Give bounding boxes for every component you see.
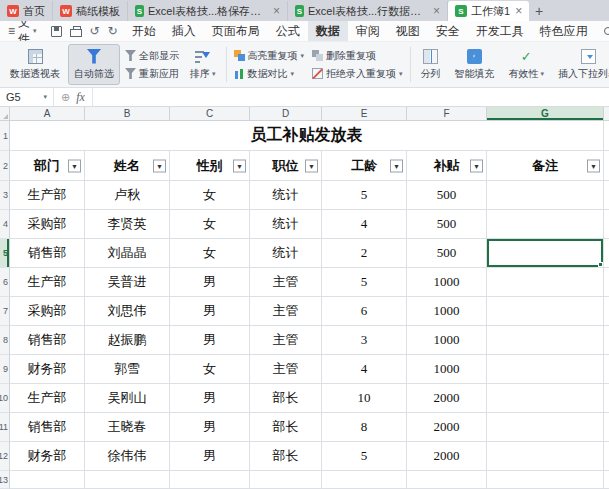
- cell-G7[interactable]: [487, 297, 604, 326]
- menu-item[interactable]: 插入: [164, 21, 204, 41]
- save-button[interactable]: [51, 26, 62, 37]
- menu-item[interactable]: 数据: [308, 21, 348, 41]
- filter-dropdown-button[interactable]: ▼: [233, 159, 246, 172]
- cell-C7[interactable]: 男: [170, 297, 250, 326]
- fill-handle[interactable]: [598, 262, 603, 267]
- tab-close-icon[interactable]: ×: [273, 5, 280, 17]
- row-header-6[interactable]: 6: [0, 268, 10, 297]
- cell-C5[interactable]: 女: [170, 239, 250, 268]
- cell-A3[interactable]: 生产部: [10, 181, 85, 210]
- cell-B9[interactable]: 郭雪: [85, 355, 170, 384]
- cell-C3[interactable]: 女: [170, 181, 250, 210]
- cell-D3[interactable]: 统计: [250, 181, 322, 210]
- print-button[interactable]: [70, 26, 82, 37]
- cell-G3[interactable]: [487, 181, 604, 210]
- cell-B7[interactable]: 刘思伟: [85, 297, 170, 326]
- cell-G10[interactable]: [487, 384, 604, 413]
- cell-A11[interactable]: 销售部: [10, 413, 85, 442]
- cell-D13[interactable]: [250, 471, 322, 489]
- cell-C6[interactable]: 男: [170, 268, 250, 297]
- row-header-1[interactable]: 1: [0, 121, 10, 151]
- cell-B10[interactable]: 吴刚山: [85, 384, 170, 413]
- cell-D5[interactable]: 统计: [250, 239, 322, 268]
- cell-F8[interactable]: 1000: [407, 326, 487, 355]
- column-header-A[interactable]: A: [10, 107, 85, 120]
- redo-button[interactable]: ↻: [108, 25, 118, 37]
- cell-E7[interactable]: 6: [322, 297, 407, 326]
- cell-C13[interactable]: [170, 471, 250, 489]
- cell-A8[interactable]: 销售部: [10, 326, 85, 355]
- formula-input[interactable]: [93, 88, 609, 106]
- row-header-2[interactable]: 2: [0, 151, 10, 181]
- find-button[interactable]: 查找: [596, 23, 609, 40]
- menu-item[interactable]: 安全: [428, 21, 468, 41]
- column-header-C[interactable]: C: [170, 107, 250, 120]
- reapply-button[interactable]: 重新应用: [125, 67, 179, 81]
- auto-filter-button[interactable]: 自动筛选: [68, 44, 120, 85]
- cell-F7[interactable]: 1000: [407, 297, 487, 326]
- pivot-table-button[interactable]: 数据透视表: [4, 44, 66, 85]
- menu-item[interactable]: 审阅: [348, 21, 388, 41]
- cell-D11[interactable]: 部长: [250, 413, 322, 442]
- cell-G13[interactable]: [487, 471, 604, 489]
- filter-dropdown-button[interactable]: ▼: [68, 159, 81, 172]
- cell-F9[interactable]: 1000: [407, 355, 487, 384]
- cell-D9[interactable]: 主管: [250, 355, 322, 384]
- cell-A12[interactable]: 财务部: [10, 442, 85, 471]
- document-tab[interactable]: W稿纸模板: [53, 1, 128, 21]
- cell-D8[interactable]: 主管: [250, 326, 322, 355]
- cell-E12[interactable]: 5: [322, 442, 407, 471]
- cell-E3[interactable]: 5: [322, 181, 407, 210]
- cell-A6[interactable]: 生产部: [10, 268, 85, 297]
- row-header-8[interactable]: 8: [0, 326, 10, 355]
- sheet-title-cell[interactable]: 员工补贴发放表: [10, 121, 604, 151]
- cell-D12[interactable]: 部长: [250, 442, 322, 471]
- column-header-B[interactable]: B: [85, 107, 170, 120]
- cell-F4[interactable]: 500: [407, 210, 487, 239]
- header-cell[interactable]: 补贴▼: [407, 151, 487, 181]
- smart-fill-button[interactable]: 智能填充: [449, 44, 501, 85]
- document-tab[interactable]: SExcel表格技...行数据筛选和排序×: [288, 1, 448, 21]
- cell-E6[interactable]: 5: [322, 268, 407, 297]
- header-cell[interactable]: 部门▼: [10, 151, 85, 181]
- cell-F6[interactable]: 1000: [407, 268, 487, 297]
- cell-A4[interactable]: 采购部: [10, 210, 85, 239]
- menu-item[interactable]: 特色应用: [532, 21, 596, 41]
- filter-dropdown-button[interactable]: ▼: [305, 159, 318, 172]
- cell-B12[interactable]: 徐伟伟: [85, 442, 170, 471]
- header-cell[interactable]: 职位▼: [250, 151, 322, 181]
- cell-B4[interactable]: 李贤英: [85, 210, 170, 239]
- cell-A5[interactable]: 销售部: [10, 239, 85, 268]
- tab-close-icon[interactable]: ×: [433, 5, 440, 17]
- selected-cell[interactable]: [487, 239, 604, 268]
- header-cell[interactable]: 备注▼: [487, 151, 604, 181]
- cell-E8[interactable]: 3: [322, 326, 407, 355]
- tab-close-icon[interactable]: ×: [515, 5, 522, 17]
- column-header-F[interactable]: F: [407, 107, 487, 120]
- cell-G9[interactable]: [487, 355, 604, 384]
- cell-E5[interactable]: 2: [322, 239, 407, 268]
- row-header-12[interactable]: 12: [0, 442, 10, 471]
- cell-F10[interactable]: 2000: [407, 384, 487, 413]
- text-to-columns-button[interactable]: 分列: [415, 44, 447, 85]
- column-header-G[interactable]: G: [487, 107, 604, 120]
- document-tab[interactable]: SExcel表格技...格保存后格式丢失×: [128, 1, 288, 21]
- row-header-7[interactable]: 7: [0, 297, 10, 326]
- cell-G4[interactable]: [487, 210, 604, 239]
- row-header-9[interactable]: 9: [0, 355, 10, 384]
- cell-F13[interactable]: [407, 471, 487, 489]
- show-all-button[interactable]: 全部显示: [125, 49, 179, 63]
- cell-E9[interactable]: 4: [322, 355, 407, 384]
- filter-dropdown-button[interactable]: ▼: [470, 159, 483, 172]
- fx-icon[interactable]: fx: [76, 90, 85, 105]
- cell-F11[interactable]: 2000: [407, 413, 487, 442]
- cell-B8[interactable]: 赵振鹏: [85, 326, 170, 355]
- insert-dropdown-list-button[interactable]: 插入下拉列表: [552, 44, 609, 85]
- menu-item[interactable]: 开始: [124, 21, 164, 41]
- cell-A7[interactable]: 采购部: [10, 297, 85, 326]
- filter-dropdown-button[interactable]: ▼: [153, 159, 166, 172]
- row-header-13[interactable]: 13: [0, 471, 10, 489]
- data-validation-button[interactable]: ✓ 有效性 ▾: [503, 44, 551, 85]
- document-tab[interactable]: S工作簿1×: [448, 1, 529, 21]
- cell-B3[interactable]: 卢秋: [85, 181, 170, 210]
